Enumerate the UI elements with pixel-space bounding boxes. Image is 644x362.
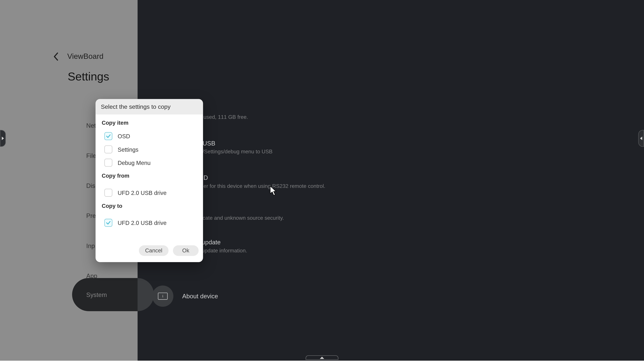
option-label: OSD	[118, 133, 130, 140]
left-edge-handle[interactable]	[0, 130, 6, 147]
usb-label: USB	[202, 140, 325, 147]
option-label: UFD 2.0 USB drive	[118, 219, 167, 226]
ok-button[interactable]: Ok	[173, 245, 198, 256]
option-label: UFD 2.0 USB drive	[118, 189, 167, 196]
group-label-copy-from: Copy from	[102, 173, 197, 179]
option-settings[interactable]: Settings	[102, 143, 197, 156]
storage-free-text: used, 111 GB free.	[204, 114, 325, 120]
chevron-up-icon	[320, 357, 324, 359]
about-device-icon	[152, 286, 174, 307]
update-title: update	[202, 239, 325, 246]
checkbox-settings[interactable]	[104, 145, 112, 153]
right-edge-handle[interactable]	[638, 130, 644, 147]
update-description: update information.	[202, 248, 325, 254]
menu-letter: D	[204, 174, 325, 181]
copy-settings-dialog: Select the settings to copy Copy item OS…	[96, 99, 203, 262]
option-label: Debug Menu	[118, 159, 150, 166]
group-label-copy-to: Copy to	[102, 203, 197, 209]
chevron-right-icon	[2, 137, 4, 140]
option-osd[interactable]: OSD	[102, 130, 197, 143]
checkbox-osd[interactable]	[104, 132, 112, 140]
about-device-row[interactable]: About device	[152, 286, 218, 307]
option-copy-from-ufd[interactable]: UFD 2.0 USB drive	[102, 186, 197, 199]
security-description: cate and unknown source security.	[202, 215, 325, 221]
chevron-left-icon	[640, 137, 642, 140]
checkbox-copy-to-ufd[interactable]	[104, 219, 112, 227]
checkbox-debug-menu[interactable]	[104, 159, 112, 167]
checkbox-copy-from-ufd[interactable]	[104, 189, 112, 197]
bottom-edge-handle[interactable]	[306, 355, 338, 360]
about-device-label: About device	[182, 293, 218, 300]
option-label: Settings	[118, 146, 138, 153]
cancel-button[interactable]: Cancel	[139, 245, 168, 256]
option-copy-to-ufd[interactable]: UFD 2.0 USB drive	[102, 216, 197, 229]
group-label-copy-item: Copy item	[102, 120, 197, 126]
rs232-description: er for this device when using RS232 remo…	[204, 183, 325, 189]
usb-description: /Settings/debug menu to USB	[202, 148, 325, 155]
dialog-title: Select the settings to copy	[96, 99, 203, 114]
option-debug-menu[interactable]: Debug Menu	[102, 156, 197, 169]
